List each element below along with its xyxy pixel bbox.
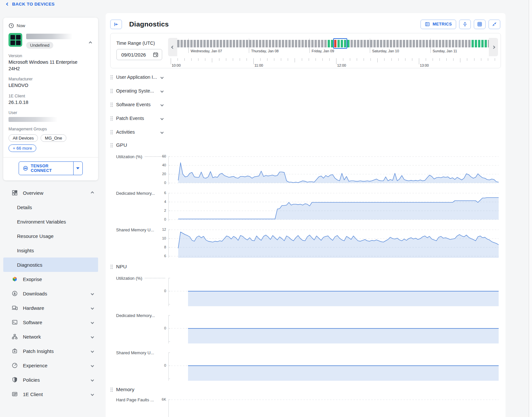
group-chip-all-devices[interactable]: All Devices xyxy=(9,134,38,142)
collapse-panel-button[interactable] xyxy=(110,20,122,29)
chart-group-name: NPU xyxy=(116,264,127,270)
field-value-redacted xyxy=(9,117,58,122)
split-view-button[interactable] xyxy=(459,20,471,29)
hour-label: 11:00 xyxy=(254,63,263,67)
date-input[interactable]: 09/01/2026 xyxy=(116,49,162,60)
timeline-bar xyxy=(223,40,225,47)
axis-tick-label: 0 xyxy=(151,289,166,293)
timeline-bar xyxy=(210,40,212,47)
sidebar-subitem-label: Details xyxy=(17,205,32,210)
sidebar-item-hardware[interactable]: Hardware xyxy=(3,301,98,315)
sidebar-item-1e-client[interactable]: 1E Client xyxy=(3,387,98,401)
timeline-bar xyxy=(439,40,441,47)
chart-plot[interactable] xyxy=(168,398,499,417)
drag-handle-icon[interactable] xyxy=(110,89,113,93)
sidebar-item-policies[interactable]: Policies xyxy=(3,373,98,387)
event-row-header: Activities xyxy=(110,129,175,135)
timeline-bar xyxy=(259,40,261,47)
sidebar-item-experience[interactable]: Experience xyxy=(3,358,98,373)
timeline-bar xyxy=(449,40,451,47)
timeline-bar xyxy=(370,40,372,47)
sidebar-item-resource-usage[interactable]: Resource Usage xyxy=(3,229,98,243)
ruler-tick xyxy=(460,58,460,62)
ruler-tick xyxy=(178,58,178,61)
ruler-tick xyxy=(322,58,323,61)
card-collapse-button[interactable] xyxy=(89,40,92,45)
chart-plot[interactable] xyxy=(168,191,499,221)
timeline-bar xyxy=(429,40,431,47)
timeline-next-button[interactable] xyxy=(489,38,498,56)
timeline-bar xyxy=(458,40,461,47)
chart-plot[interactable] xyxy=(168,155,499,185)
timeline-selection[interactable] xyxy=(333,38,347,49)
metrics-button[interactable]: METRICS xyxy=(420,20,456,29)
axis-tick-label: 0 xyxy=(151,217,166,221)
tensor-connect-button[interactable]: TENSOR CONNECT xyxy=(19,161,83,175)
sidebar-item-exoprise[interactable]: Exoprise xyxy=(3,272,98,286)
timeline-bar xyxy=(256,40,258,47)
chevron-down-icon[interactable] xyxy=(161,130,164,134)
axis-tick-label: 20 xyxy=(151,172,166,176)
ruler-tick xyxy=(295,58,295,62)
timeline-bar xyxy=(354,40,356,47)
chevron-down-icon xyxy=(91,392,94,396)
timeline-bar xyxy=(347,40,350,47)
sidebar-subitem-label: Diagnostics xyxy=(17,262,43,268)
chevron-down-icon[interactable] xyxy=(161,117,164,120)
sidebar-item-downloads[interactable]: Downloads xyxy=(3,286,98,301)
sidebar-item-diagnostics[interactable]: Diagnostics xyxy=(3,258,98,272)
drag-handle-icon[interactable] xyxy=(110,264,113,269)
sidebar-item-insights[interactable]: Insights xyxy=(3,243,98,258)
ruler-tick xyxy=(233,58,233,61)
drag-handle-icon[interactable] xyxy=(110,130,113,135)
sidebar-item-details[interactable]: Details xyxy=(3,200,98,214)
chart-plot[interactable] xyxy=(168,228,499,258)
chart-npu-dedicated-memory: Dedicated Memory...0 xyxy=(106,313,506,343)
chart-memory-hard-page-faults: Hard Page Faults ...6K xyxy=(106,398,506,417)
drag-handle-icon[interactable] xyxy=(110,116,113,121)
ruler-tick xyxy=(184,58,185,61)
axis-tick-label: 60 xyxy=(151,154,166,158)
chart-plot[interactable] xyxy=(168,276,499,306)
grid-view-button[interactable] xyxy=(474,20,486,29)
chart-plot[interactable] xyxy=(168,351,499,381)
sidebar-item-label: Experience xyxy=(23,363,47,368)
drag-handle-icon[interactable] xyxy=(110,143,113,148)
drag-handle-icon[interactable] xyxy=(110,387,113,392)
timeline-bar xyxy=(357,40,359,47)
timeline-prev-button[interactable] xyxy=(168,38,177,56)
chart-group-header-gpu: GPU xyxy=(110,140,506,151)
chart-plot[interactable] xyxy=(168,313,499,343)
timeline-bar xyxy=(197,40,199,47)
chevron-down-icon[interactable] xyxy=(161,89,164,92)
collapse-all-button[interactable] xyxy=(489,20,500,29)
drag-handle-icon[interactable] xyxy=(110,102,113,107)
timeline-bar xyxy=(315,40,317,47)
device-identity: Undefined xyxy=(9,33,93,49)
sidebar-item-software[interactable]: Software xyxy=(3,315,98,329)
hour-label: 13:00 xyxy=(420,63,429,67)
timeline-bar xyxy=(462,40,464,47)
chevron-down-icon xyxy=(91,306,94,309)
ruler-tick xyxy=(453,58,454,61)
event-row-label: Software Events xyxy=(116,102,151,107)
calendar-icon xyxy=(153,52,159,58)
ruler-tick xyxy=(343,58,343,61)
chevron-down-icon[interactable] xyxy=(161,75,164,79)
group-chip-mg-one[interactable]: MG_One xyxy=(41,134,66,142)
event-row-operating-syste: Operating Syste... xyxy=(106,84,506,98)
sidebar-item-patch-insights[interactable]: Patch Insights xyxy=(3,344,98,358)
sidebar-item-network[interactable]: Network xyxy=(3,329,98,344)
group-chip-more[interactable]: + 66 more xyxy=(9,144,36,152)
chevron-down-icon[interactable] xyxy=(161,103,164,106)
sidebar-item-overview[interactable]: Overview xyxy=(3,186,98,200)
timeline-bar xyxy=(308,40,310,47)
scrollbar[interactable] xyxy=(529,0,532,417)
timeline-bars[interactable]: Wednesday, Jan 07Thursday, Jan 08Friday,… xyxy=(177,38,489,57)
back-to-devices-link[interactable]: BACK TO DEVICES xyxy=(7,2,55,7)
drag-handle-icon[interactable] xyxy=(110,75,113,80)
overview-icon xyxy=(12,190,18,196)
sidebar-item-label: Hardware xyxy=(23,305,44,311)
sidebar-item-environment-variables[interactable]: Environment Variables xyxy=(3,214,98,229)
tensor-connect-dropdown[interactable] xyxy=(74,162,82,175)
